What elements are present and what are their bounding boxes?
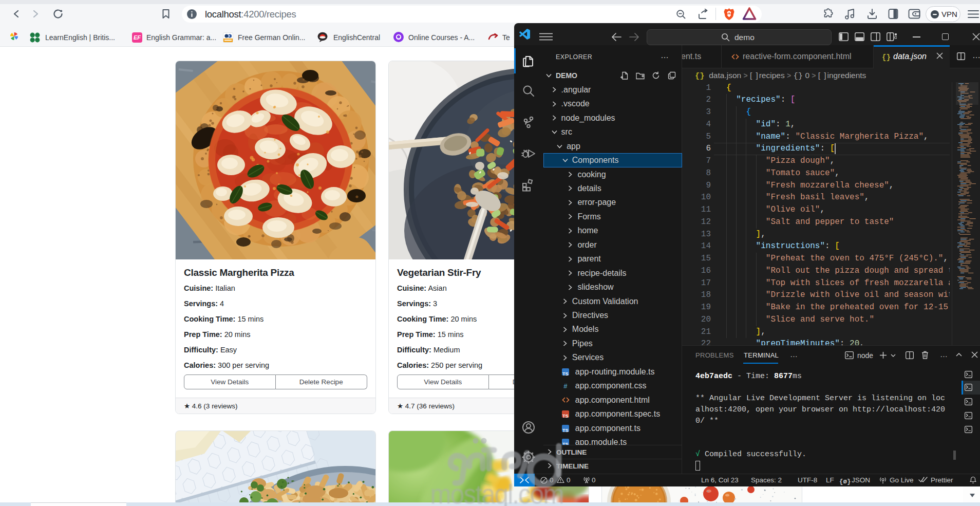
svg-text:mostaql.com: mostaql.com: [430, 479, 563, 506]
